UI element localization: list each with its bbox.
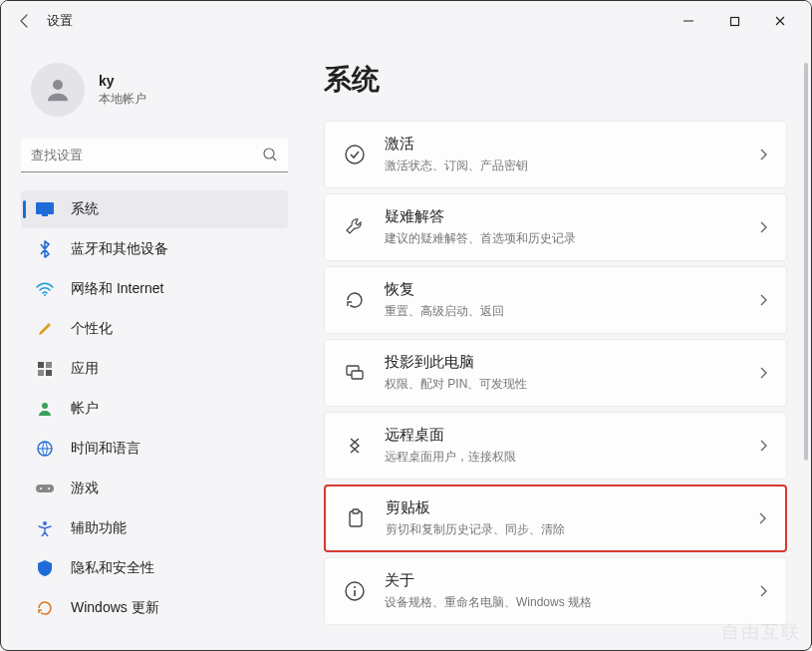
card-sub: 设备规格、重命名电脑、Windows 规格: [385, 594, 740, 611]
card-activation[interactable]: 激活 激活状态、订阅、产品密钥: [324, 121, 787, 188]
card-clipboard[interactable]: 剪贴板 剪切和复制历史记录、同步、清除: [324, 485, 787, 552]
gamepad-icon: [35, 483, 55, 494]
card-project[interactable]: 投影到此电脑 权限、配对 PIN、可发现性: [324, 339, 787, 407]
card-recovery[interactable]: 恢复 重置、高级启动、返回: [324, 266, 787, 334]
profile[interactable]: ky 本地帐户: [21, 63, 288, 117]
accessibility-icon: [35, 520, 55, 536]
svg-point-1: [53, 80, 63, 90]
card-remote[interactable]: 远程桌面 远程桌面用户，连接权限: [324, 412, 787, 480]
minimize-button[interactable]: [666, 5, 711, 37]
apps-icon: [35, 361, 55, 377]
nav-label: 时间和语言: [71, 440, 140, 458]
scrollbar[interactable]: [803, 61, 809, 630]
display-icon: [35, 202, 55, 216]
minimize-icon: [682, 15, 694, 27]
svg-rect-7: [46, 362, 52, 368]
card-sub: 建议的疑难解答、首选项和历史记录: [385, 230, 740, 247]
chevron-right-icon: [758, 220, 768, 234]
search-box: [21, 139, 288, 172]
titlebar: 设置: [1, 1, 811, 41]
svg-rect-0: [730, 17, 738, 25]
maximize-icon: [729, 16, 740, 27]
chevron-right-icon: [758, 584, 768, 598]
svg-rect-8: [38, 370, 44, 376]
close-icon: [774, 15, 786, 27]
remote-desktop-icon: [343, 434, 367, 458]
chevron-right-icon: [758, 148, 768, 162]
nav-bluetooth[interactable]: 蓝牙和其他设备: [21, 230, 288, 268]
scrollbar-thumb[interactable]: [804, 63, 808, 462]
svg-point-16: [346, 146, 364, 163]
svg-point-5: [44, 294, 46, 296]
wrench-icon: [343, 215, 367, 239]
nav: 系统 蓝牙和其他设备 网络和 Internet 个性化 应用 帐户: [21, 190, 288, 627]
nav-label: 隐私和安全性: [71, 559, 154, 577]
back-button[interactable]: [9, 5, 41, 37]
nav-gaming[interactable]: 游戏: [21, 470, 288, 507]
nav-accounts[interactable]: 帐户: [21, 390, 288, 428]
nav-label: 游戏: [71, 480, 99, 497]
card-title: 疑难解答: [385, 207, 740, 226]
project-icon: [343, 361, 367, 385]
cards: 激活 激活状态、订阅、产品密钥 疑难解答 建议的疑难解答、首选项和历史记录 恢复…: [324, 121, 787, 625]
svg-rect-4: [42, 214, 48, 216]
person-icon: [43, 75, 73, 105]
nav-label: 应用: [71, 360, 99, 378]
nav-network[interactable]: 网络和 Internet: [21, 270, 288, 308]
svg-point-13: [40, 488, 42, 489]
wifi-icon: [35, 282, 55, 296]
card-title: 激活: [385, 135, 740, 154]
search-input[interactable]: [21, 139, 288, 172]
nav-time[interactable]: 时间和语言: [21, 430, 288, 468]
nav-label: 帐户: [71, 400, 99, 418]
card-troubleshoot[interactable]: 疑难解答 建议的疑难解答、首选项和历史记录: [324, 193, 787, 261]
globe-icon: [35, 441, 55, 457]
avatar: [31, 63, 85, 117]
arrow-left-icon: [17, 13, 33, 29]
svg-rect-12: [36, 485, 54, 492]
profile-sub: 本地帐户: [99, 91, 146, 108]
nav-accessibility[interactable]: 辅助功能: [21, 509, 288, 547]
card-about[interactable]: 关于 设备规格、重命名电脑、Windows 规格: [324, 557, 787, 625]
nav-system[interactable]: 系统: [21, 190, 288, 228]
recovery-icon: [343, 288, 367, 312]
clipboard-icon: [344, 506, 368, 530]
shield-icon: [35, 560, 55, 576]
nav-label: 系统: [71, 200, 99, 218]
nav-privacy[interactable]: 隐私和安全性: [21, 549, 288, 587]
svg-rect-3: [36, 202, 54, 214]
update-icon: [35, 600, 55, 616]
maximize-button[interactable]: [711, 5, 757, 37]
nav-label: Windows 更新: [71, 599, 159, 617]
svg-rect-18: [352, 371, 363, 379]
card-title: 恢复: [385, 280, 740, 299]
bluetooth-icon: [35, 240, 55, 258]
svg-rect-20: [353, 509, 359, 513]
window-title: 设置: [47, 12, 73, 30]
nav-update[interactable]: Windows 更新: [21, 589, 288, 627]
card-sub: 远程桌面用户，连接权限: [385, 449, 740, 466]
svg-point-15: [43, 521, 47, 525]
check-circle-icon: [343, 143, 367, 166]
card-sub: 剪切和复制历史记录、同步、清除: [386, 521, 739, 538]
profile-name: ky: [99, 73, 146, 89]
nav-label: 网络和 Internet: [71, 280, 163, 298]
chevron-right-icon: [758, 293, 768, 307]
close-button[interactable]: [757, 5, 803, 37]
brush-icon: [35, 321, 55, 337]
card-title: 远程桌面: [385, 426, 740, 445]
svg-point-2: [264, 149, 274, 159]
card-title: 投影到此电脑: [385, 353, 740, 372]
card-title: 剪贴板: [386, 498, 739, 517]
nav-personalization[interactable]: 个性化: [21, 310, 288, 348]
nav-apps[interactable]: 应用: [21, 350, 288, 388]
chevron-right-icon: [758, 366, 768, 380]
chevron-right-icon: [757, 511, 767, 525]
main: 系统 激活 激活状态、订阅、产品密钥 疑难解答 建议的疑难解答、首选项和历史记录: [300, 41, 811, 650]
page-title: 系统: [324, 61, 787, 99]
svg-rect-9: [46, 370, 52, 376]
svg-point-10: [42, 403, 48, 409]
svg-rect-6: [38, 362, 44, 368]
search-icon: [262, 147, 278, 163]
nav-label: 蓝牙和其他设备: [71, 240, 168, 258]
